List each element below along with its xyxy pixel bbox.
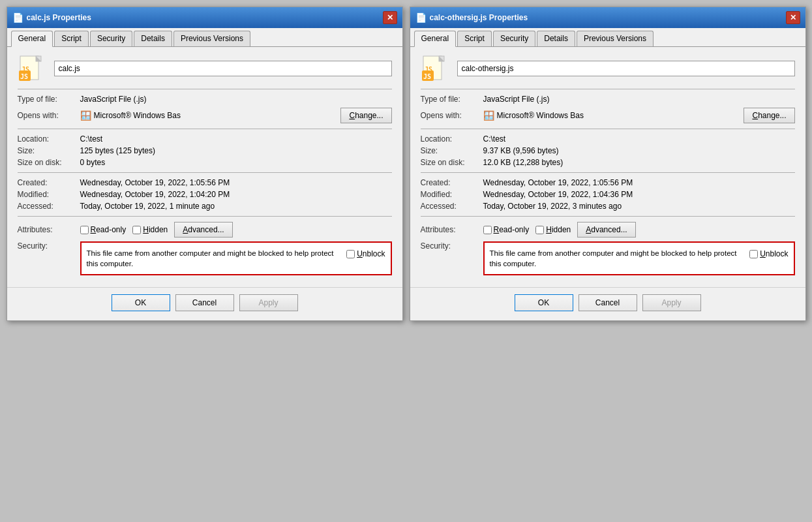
attributes-label: Attributes: [421,225,479,234]
change-button[interactable]: Change... [744,108,794,123]
close-button[interactable]: ✕ [383,11,397,24]
properties-dialog: 📄 calc.js Properties ✕ GeneralScriptSecu… [7,7,403,321]
cancel-button[interactable]: Cancel [579,294,637,311]
title-bar: 📄 calc.js Properties ✕ [7,7,402,28]
tab-security[interactable]: Security [493,31,535,46]
attr-controls: Read-only Hidden Advanced... [483,222,795,238]
size-label: Size: [18,146,76,155]
tab-content: JS JS Type of file: JavaScript File (.js… [410,47,805,287]
title-bar: 📄 calc-othersig.js Properties ✕ [410,7,805,28]
created-label: Created: [421,178,479,187]
file-header: JS JS [421,55,795,82]
hidden-checkbox[interactable] [132,226,141,234]
unblock-checkbox[interactable] [749,250,758,258]
divider-4 [18,216,392,217]
security-label: Security: [421,241,479,251]
close-button[interactable]: ✕ [786,11,800,24]
tab-security[interactable]: Security [90,31,132,46]
advanced-button[interactable]: Advanced... [174,222,232,238]
type-label: Type of file: [18,95,76,104]
accessed-value: Today, October 19, 2022, 1 minute ago [80,202,392,211]
security-box: This file came from another computer and… [483,241,795,275]
bottom-buttons: OK Cancel Apply [410,287,805,320]
created-value: Wednesday, October 19, 2022, 1:05:56 PM [483,178,795,187]
dialog-title: calc.js Properties [27,13,91,22]
readonly-checkbox-label[interactable]: Read-only [80,225,127,234]
tab-general[interactable]: General [11,31,53,47]
tab-bar: GeneralScriptSecurityDetailsPrevious Ver… [7,28,402,47]
cancel-button[interactable]: Cancel [175,294,234,311]
tab-script[interactable]: Script [54,31,89,46]
security-text: This file came from another computer and… [87,248,342,269]
unblock-text: Unblock [357,249,385,258]
tab-previous-versions[interactable]: Previous Versions [577,31,654,46]
type-label: Type of file: [421,95,479,104]
info-grid: Type of file: JavaScript File (.js) [18,95,392,104]
apply-button[interactable]: Apply [239,294,298,311]
unblock-checkbox[interactable] [346,250,355,258]
readonly-checkbox[interactable] [483,226,492,234]
tab-general[interactable]: General [414,31,457,47]
tab-details[interactable]: Details [537,31,575,46]
tab-previous-versions[interactable]: Previous Versions [173,31,250,46]
file-icon: JS JS [18,55,45,82]
change-button[interactable]: Change... [340,108,391,123]
size-on-disk-value: 0 bytes [80,158,392,167]
size-on-disk-label: Size on disk: [18,158,76,167]
divider-3 [421,172,795,173]
size-label: Size: [421,146,479,155]
advanced-button[interactable]: Advanced... [577,222,635,238]
hidden-checkbox-label[interactable]: Hidden [535,225,571,234]
security-row: Security: This file came from another co… [421,241,795,275]
readonly-label: Read-only [91,225,127,234]
accessed-label: Accessed: [421,202,479,211]
attr-controls: Read-only Hidden Advanced... [80,222,392,238]
divider-1 [421,89,795,89]
unblock-text: Unblock [760,249,788,258]
modified-label: Modified: [18,190,76,199]
location-label: Location: [18,134,76,144]
hidden-label: Hidden [546,225,571,234]
tab-details[interactable]: Details [134,31,172,46]
size-on-disk-value: 12.0 KB (12,288 bytes) [483,158,795,167]
app-name: Microsoft® Windows Bas [94,111,181,120]
filename-input[interactable] [457,61,795,76]
ok-button[interactable]: OK [515,294,573,311]
unblock-label[interactable]: Unblock [749,248,788,258]
unblock-label[interactable]: Unblock [346,248,385,258]
hidden-label: Hidden [143,225,168,234]
divider-2 [18,129,392,129]
hidden-checkbox-label[interactable]: Hidden [132,225,168,234]
hidden-checkbox[interactable] [535,226,544,234]
accessed-label: Accessed: [18,202,76,211]
file-header: JS JS [18,55,392,82]
divider-3 [18,172,392,173]
dates-grid: Created: Wednesday, October 19, 2022, 1:… [421,178,795,211]
opens-with-value: 🪟 Microsoft® Windows Bas [483,110,740,121]
filename-input[interactable] [54,61,392,76]
dialog-icon: 📄 [415,12,426,23]
dates-grid: Created: Wednesday, October 19, 2022, 1:… [18,178,392,211]
security-text: This file came from another computer and… [490,248,745,269]
security-row: Security: This file came from another co… [18,241,392,275]
location-grid: Location: C:\test Size: 125 bytes (125 b… [18,134,392,167]
readonly-checkbox[interactable] [80,226,89,234]
properties-dialog: 📄 calc-othersig.js Properties ✕ GeneralS… [410,7,806,321]
svg-text:JS: JS [20,73,28,80]
size-value: 9.37 KB (9,596 bytes) [483,146,795,155]
ok-button[interactable]: OK [112,294,170,311]
app-icon: 🪟 [80,110,91,121]
readonly-checkbox-label[interactable]: Read-only [483,225,530,234]
tab-bar: GeneralScriptSecurityDetailsPrevious Ver… [410,28,805,47]
file-icon: JS JS [421,55,448,82]
app-icon: 🪟 [483,110,494,121]
apply-button[interactable]: Apply [642,294,701,311]
modified-value: Wednesday, October 19, 2022, 1:04:36 PM [483,190,795,199]
modified-value: Wednesday, October 19, 2022, 1:04:20 PM [80,190,392,199]
attributes-label: Attributes: [18,225,76,234]
opens-with-row: Opens with: 🪟 Microsoft® Windows Bas Cha… [18,108,392,123]
divider-4 [421,216,795,217]
divider-2 [421,129,795,129]
accessed-value: Today, October 19, 2022, 3 minutes ago [483,202,795,211]
tab-script[interactable]: Script [457,31,492,46]
